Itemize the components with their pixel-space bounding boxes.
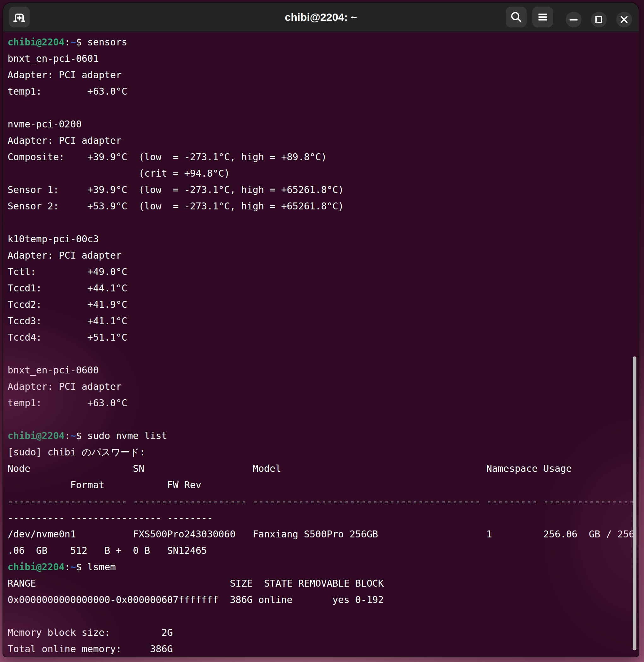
terminal-line: Adapter: PCI adapter — [7, 378, 639, 395]
menu-icon — [536, 10, 550, 24]
search-button[interactable] — [506, 7, 527, 27]
terminal-line — [7, 214, 639, 231]
terminal-line: chibi@2204:~$ sudo nvme list — [7, 428, 639, 444]
search-icon — [509, 10, 523, 24]
terminal-line: Sensor 2: +53.9°C (low = -273.1°C, high … — [7, 198, 639, 214]
terminal-line: Adapter: PCI adapter — [7, 247, 639, 264]
terminal-line — [7, 411, 639, 428]
terminal-line: Tccd1: +44.1°C — [7, 280, 639, 297]
terminal-line: .06 GB 512 B + 0 B SN12465 — [7, 542, 639, 559]
terminal-line: temp1: +63.0°C — [7, 83, 639, 100]
minimize-button[interactable] — [566, 12, 581, 27]
terminal-line: bnxt_en-pci-0600 — [7, 362, 639, 378]
terminal-line: Adapter: PCI adapter — [7, 133, 639, 149]
terminal-line: Tctl: +49.0°C — [7, 264, 639, 280]
terminal-line: k10temp-pci-00c3 — [7, 231, 639, 247]
terminal-line: Tccd2: +41.9°C — [7, 297, 639, 313]
terminal-line: Total online memory: 386G — [7, 641, 639, 657]
terminal-line: Sensor 1: +39.9°C (low = -273.1°C, high … — [7, 182, 639, 198]
terminal-line: Memory block size: 2G — [7, 624, 639, 641]
terminal-output[interactable]: chibi@2204:~$ sensorsbnxt_en-pci-0601Ada… — [3, 32, 639, 657]
terminal-line: RANGE SIZE STATE REMOVABLE BLOCK — [7, 575, 639, 592]
headerbar: chibi@2204: ~ — [3, 2, 639, 32]
close-icon — [616, 12, 632, 27]
terminal-line: Adapter: PCI adapter — [7, 67, 639, 83]
terminal-line: Node SN Model Namespace Usage — [7, 460, 639, 477]
terminal-line: (crit = +94.8°C) — [7, 165, 639, 182]
close-button[interactable] — [616, 12, 632, 27]
terminal-line — [7, 100, 639, 116]
desktop: { "titlebar": { "title": "chibi@2204: ~"… — [0, 0, 644, 662]
menu-button[interactable] — [532, 7, 553, 27]
terminal-line: chibi@2204:~$ sensors — [7, 34, 639, 50]
terminal-line: [sudo] chibi のパスワード: — [7, 444, 639, 460]
scrollbar-thumb[interactable] — [632, 356, 637, 650]
terminal-line: nvme-pci-0200 — [7, 116, 639, 133]
terminal-line: Format FW Rev — [7, 477, 639, 493]
terminal-line: Tccd4: +51.1°C — [7, 329, 639, 346]
terminal-line — [7, 346, 639, 362]
terminal-line: /dev/nvme0n1 FXS500Pro243030060 Fanxiang… — [7, 526, 639, 542]
terminal-line: Composite: +39.9°C (low = -273.1°C, high… — [7, 149, 639, 165]
terminal-line: --------------------- ------------------… — [7, 493, 639, 510]
terminal-line: 0x0000000000000000-0x000000607fffffff 38… — [7, 592, 639, 608]
terminal-line: temp1: +63.0°C — [7, 395, 639, 411]
terminal-window: chibi@2204: ~ c — [3, 2, 639, 657]
terminal-line: chibi@2204:~$ lsmem — [7, 559, 639, 575]
terminal-line: bnxt_en-pci-0601 — [7, 50, 639, 67]
terminal-line — [7, 608, 639, 624]
terminal-line: Tccd3: +41.1°C — [7, 313, 639, 329]
maximize-icon — [591, 12, 607, 27]
maximize-button[interactable] — [591, 12, 607, 27]
minimize-icon — [566, 12, 581, 27]
terminal-line: ---------- ---------------- -------- — [7, 510, 639, 526]
